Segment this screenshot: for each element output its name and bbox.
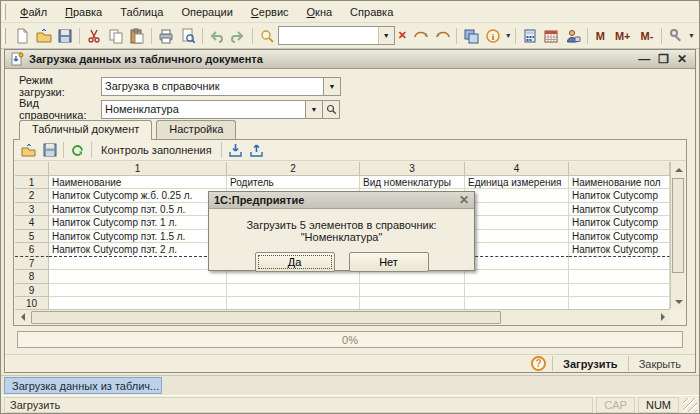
- service-settings-icon[interactable]: [665, 25, 687, 47]
- cell[interactable]: Напиток Cutycomp пэт. 1.5 л.: [49, 230, 227, 244]
- column-header[interactable]: 3: [360, 162, 465, 176]
- row-header[interactable]: 8: [15, 270, 49, 284]
- cut-icon[interactable]: [83, 25, 105, 47]
- cell[interactable]: [465, 216, 569, 230]
- windows-icon[interactable]: [460, 25, 482, 47]
- menu-table[interactable]: Таблица: [111, 3, 172, 21]
- close-window-button[interactable]: Закрыть: [635, 356, 685, 372]
- column-header[interactable]: 4: [465, 162, 569, 176]
- open-file-icon[interactable]: [18, 141, 39, 160]
- scroll-right-icon[interactable]: [655, 310, 670, 325]
- save-file-icon[interactable]: [39, 141, 60, 160]
- cell[interactable]: Напиток Cutycomp: [569, 216, 670, 230]
- paste-icon[interactable]: [126, 25, 148, 47]
- close-button[interactable]: ✕: [677, 52, 687, 66]
- search-input[interactable]: [279, 28, 378, 43]
- maximize-button[interactable]: ❒: [658, 52, 669, 66]
- clear-search-icon[interactable]: ✕: [395, 29, 410, 42]
- toolbar-grip[interactable]: [3, 28, 6, 44]
- menu-edit[interactable]: Правка: [56, 3, 111, 21]
- cell[interactable]: Родитель: [227, 176, 360, 190]
- taskbar-item-load-data[interactable]: Загрузка данных из таблич...: [4, 377, 162, 394]
- cell[interactable]: [360, 284, 465, 298]
- tab-settings[interactable]: Настройка: [156, 120, 236, 139]
- cell[interactable]: Напиток Cutycomp: [569, 230, 670, 244]
- cell[interactable]: [465, 257, 569, 271]
- window-title-bar[interactable]: Загрузка данных из табличного документа …: [5, 50, 695, 69]
- help-icon[interactable]: ?: [531, 356, 546, 371]
- cell[interactable]: [465, 203, 569, 217]
- chevron-down-icon[interactable]: ▼: [378, 27, 394, 44]
- cell[interactable]: [49, 257, 227, 271]
- cell[interactable]: [569, 284, 670, 298]
- row-header[interactable]: 10: [15, 297, 49, 309]
- cell[interactable]: Напиток Cutycomp: [569, 243, 670, 257]
- cell[interactable]: Напиток Cutycomp пэт. 1 л.: [49, 216, 227, 230]
- cell[interactable]: Напиток Cutycomp пэт. 0.5 л.: [49, 203, 227, 217]
- load-button[interactable]: Загрузить: [559, 356, 622, 372]
- cell[interactable]: Напиток Cutycomp пэт. 2 л.: [49, 243, 227, 257]
- cell[interactable]: Вид номенклатуры: [360, 176, 465, 190]
- row-header[interactable]: 3: [15, 203, 49, 217]
- find-previous-icon[interactable]: [432, 25, 454, 47]
- fill-control-button[interactable]: Контроль заполнения: [95, 142, 218, 158]
- tab-tabular-document[interactable]: Табличный документ: [19, 120, 152, 140]
- calendar-icon[interactable]: [540, 25, 562, 47]
- cell[interactable]: [227, 297, 360, 309]
- menu-file[interactable]: Файл: [11, 3, 56, 21]
- cell[interactable]: [227, 284, 360, 298]
- menu-service[interactable]: Сервис: [242, 3, 298, 21]
- refresh-icon[interactable]: [67, 141, 88, 160]
- row-header[interactable]: 1: [15, 176, 49, 190]
- user-icon[interactable]: [562, 25, 584, 47]
- cell[interactable]: Напиток Cutycomp: [569, 203, 670, 217]
- horizontal-scroll-thumb[interactable]: [31, 311, 501, 324]
- vertical-scroll-thumb[interactable]: [672, 178, 684, 273]
- cell[interactable]: Напиток Cutycomp ж.б. 0.25 л.: [49, 189, 227, 203]
- lookup-icon[interactable]: [323, 100, 340, 119]
- menu-help[interactable]: Справка: [341, 3, 402, 21]
- open-icon[interactable]: [33, 25, 55, 47]
- cell[interactable]: [465, 243, 569, 257]
- row-header[interactable]: 6: [15, 243, 49, 257]
- print-preview-icon[interactable]: [177, 25, 199, 47]
- cell[interactable]: Единица измерения: [465, 176, 569, 190]
- redo-icon[interactable]: [227, 25, 249, 47]
- cell[interactable]: Напиток Cutycomp: [569, 189, 670, 203]
- chevron-down-icon[interactable]: ▼: [305, 101, 322, 118]
- chevron-down-icon[interactable]: ▼: [688, 32, 695, 39]
- column-header[interactable]: 1: [49, 162, 227, 176]
- cell[interactable]: [465, 284, 569, 298]
- info-icon[interactable]: i: [482, 25, 504, 47]
- new-document-icon[interactable]: [11, 25, 33, 47]
- memory-subtract-button[interactable]: M-: [636, 30, 659, 42]
- calculator-icon[interactable]: [519, 25, 541, 47]
- find-next-icon[interactable]: [410, 25, 432, 47]
- cell[interactable]: [465, 270, 569, 284]
- cell[interactable]: [49, 284, 227, 298]
- catalog-kind-combobox[interactable]: Номенклатура ▼: [101, 100, 323, 119]
- cell[interactable]: [569, 297, 670, 309]
- import-rows-icon[interactable]: [225, 141, 246, 160]
- vertical-scrollbar[interactable]: [670, 162, 685, 309]
- scroll-down-icon[interactable]: [671, 294, 686, 309]
- cell[interactable]: [569, 257, 670, 271]
- row-header[interactable]: 5: [15, 230, 49, 244]
- scroll-up-icon[interactable]: [671, 162, 686, 177]
- no-button[interactable]: Нет: [349, 252, 429, 272]
- yes-button[interactable]: Да: [255, 252, 335, 272]
- save-icon[interactable]: [54, 25, 76, 47]
- cell[interactable]: [569, 270, 670, 284]
- row-header[interactable]: 4: [15, 216, 49, 230]
- cell[interactable]: Наименование пол: [569, 176, 670, 190]
- chevron-down-icon[interactable]: ▼: [323, 78, 340, 95]
- load-mode-combobox[interactable]: Загрузка в справочник ▼: [101, 77, 341, 96]
- cell[interactable]: [465, 297, 569, 309]
- memory-recall-button[interactable]: M: [591, 30, 610, 42]
- cell[interactable]: [360, 270, 465, 284]
- cell[interactable]: Наименование: [49, 176, 227, 190]
- find-icon[interactable]: [256, 25, 278, 47]
- horizontal-scrollbar[interactable]: [15, 309, 670, 324]
- row-header[interactable]: 9: [15, 284, 49, 298]
- row-header[interactable]: 2: [15, 189, 49, 203]
